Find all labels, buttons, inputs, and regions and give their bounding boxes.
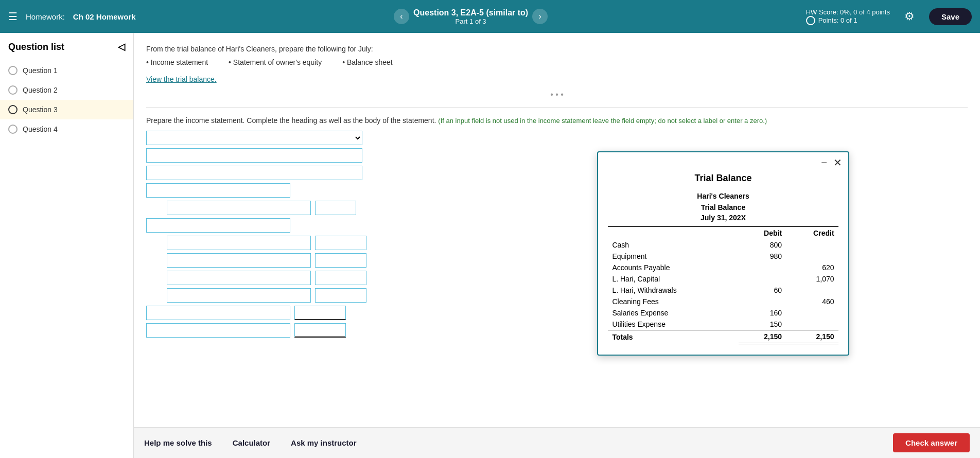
credit-cell [786,239,838,251]
prepare-note: (If an input field is not used in the in… [438,117,767,125]
credit-cell: 1,070 [786,273,838,285]
header-center: ‹ Question 3, E2A-5 (similar to) Part 1 … [144,8,798,25]
expense-amount-4[interactable] [315,288,366,303]
prev-question-button[interactable]: ‹ [394,9,409,24]
date-field[interactable] [146,183,290,198]
view-trial-balance-link[interactable]: View the trial balance. [146,74,217,85]
net-income-amount[interactable] [294,323,346,338]
modal-title: Trial Balance [598,173,848,190]
tb-subtitle-row: Trial Balance [608,202,838,213]
instructions-line1: From the trial balance of Hari's Cleaner… [146,43,968,55]
tb-totals-row: Totals 2,150 2,150 [608,330,838,344]
credit-cell: 620 [786,262,838,273]
expense-label-1[interactable] [167,236,311,250]
bullet-equity: • Statement of owner's equity [229,57,322,68]
account-cell: Salaries Expense [608,307,739,319]
q4-status-icon [8,125,18,134]
expense-label-2[interactable] [167,253,311,268]
modal-header: − ✕ [598,152,848,173]
total-expenses-label[interactable] [146,306,290,320]
tb-company-name: Hari's Cleaners [608,190,838,202]
sidebar-item-q3[interactable]: Question 3 [0,100,133,119]
total-debit: 2,150 [739,330,786,344]
account-cell: L. Hari, Capital [608,273,739,285]
debit-cell [739,262,786,273]
check-answer-button[interactable]: Check answer [893,433,970,452]
prepare-label: Prepare the income statement. Complete t… [146,116,436,125]
modal-minimize-button[interactable]: − [821,157,827,169]
sidebar-item-q2[interactable]: Question 2 [0,80,133,100]
ask-instructor-link[interactable]: Ask my instructor [291,438,357,447]
expense-label-4[interactable] [167,288,311,303]
tb-subtitle: Trial Balance [608,202,838,213]
debit-cell: 980 [739,251,786,262]
heading-field-2[interactable] [146,148,362,163]
expense-amount-1[interactable] [315,236,366,250]
q1-status-icon [8,66,18,75]
calculator-link[interactable]: Calculator [233,438,270,447]
next-question-button[interactable]: › [532,9,548,24]
net-income-label[interactable] [146,323,290,338]
trial-balance-modal: − ✕ Trial Balance Hari's Cleaners Trial … [597,151,849,356]
tb-company-row: Hari's Cleaners [608,190,838,202]
credit-cell [786,307,838,319]
points-label: Points: 0 of 1 [818,16,857,24]
tb-date: July 31, 202X [608,213,838,226]
revenue-label-field[interactable] [167,201,311,215]
q2-status-icon [8,85,18,95]
homework-name: Ch 02 Homework [73,12,136,21]
expense-amount-2[interactable] [315,253,366,268]
tb-credit-header: Credit [786,226,838,239]
hw-score-label: HW Score: 0%, 0 of 4 points [806,8,890,16]
credit-cell: 460 [786,296,838,307]
score-display: HW Score: 0%, 0 of 4 points Points: 0 of… [806,8,890,25]
tb-header-row: Debit Credit [608,226,838,239]
sidebar-item-q4[interactable]: Question 4 [0,119,133,139]
table-row: Utilities Expense 150 [608,319,838,330]
debit-cell: 800 [739,239,786,251]
sidebar-q4-label: Question 4 [23,125,58,133]
sidebar: Question list ◁ Question 1 Question 2 Qu… [0,33,134,458]
help-solve-link[interactable]: Help me solve this [144,438,212,447]
trial-balance-table: Hari's Cleaners Trial Balance July 31, 2… [608,190,838,344]
modal-close-button[interactable]: ✕ [833,156,842,169]
settings-icon[interactable]: ⚙ [904,10,915,23]
points-circle-icon [806,16,815,25]
heading-dropdown-1[interactable] [146,131,362,145]
revenue-amount-field[interactable] [315,201,356,215]
credit-cell [786,251,838,262]
account-cell: Utilities Expense [608,319,739,330]
instructions: From the trial balance of Hari's Cleaner… [146,43,968,85]
menu-icon[interactable]: ☰ [8,10,18,23]
expense-amount-3[interactable] [315,271,366,285]
table-row: Equipment 980 [608,251,838,262]
totals-label: Totals [608,330,739,344]
sidebar-collapse-button[interactable]: ◁ [118,41,125,52]
save-button[interactable]: Save [929,8,972,25]
credit-cell [786,285,838,296]
points-row: Points: 0 of 1 [806,16,857,25]
table-row: Cash 800 [608,239,838,251]
subtotal-label-1[interactable] [146,218,290,233]
expense-label-3[interactable] [167,271,311,285]
drag-handle[interactable]: • • • [550,90,564,99]
question-part: Part 1 of 3 [456,17,486,25]
divider [146,108,968,108]
instructions-bullets: • Income statement • Statement of owner'… [146,57,968,68]
debit-cell [739,273,786,285]
account-cell: Accounts Payable [608,262,739,273]
sidebar-item-q1[interactable]: Question 1 [0,61,133,80]
content-area: From the trial balance of Hari's Cleaner… [134,33,980,458]
sidebar-q3-label: Question 3 [23,105,58,114]
total-expenses-amount[interactable] [294,306,346,320]
sidebar-header: Question list ◁ [0,41,133,61]
total-credit: 2,150 [786,330,838,344]
table-row: Salaries Expense 160 [608,307,838,319]
tb-account-header [608,226,739,239]
sidebar-q1-label: Question 1 [23,66,58,75]
tb-debit-header: Debit [739,226,786,239]
table-row: Cleaning Fees 460 [608,296,838,307]
credit-cell [786,319,838,330]
sidebar-title: Question list [8,42,64,52]
heading-field-3[interactable] [146,166,362,180]
